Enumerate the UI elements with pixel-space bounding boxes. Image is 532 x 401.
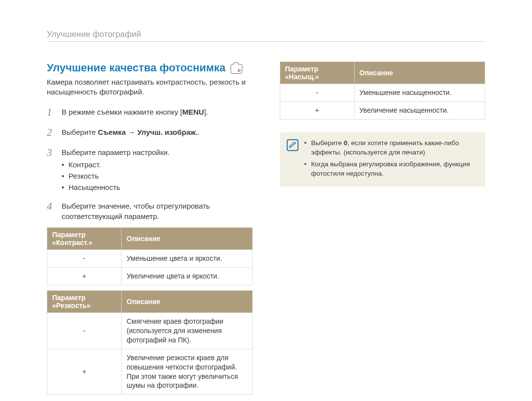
step1-pre: В режиме съемки нажмите кнопку [	[62, 108, 182, 116]
table-row: + Увеличение цвета и яркости.	[47, 268, 253, 285]
table-contrast: Параметр «Контраст.» Описание - Уменьшен…	[47, 227, 253, 285]
cell-symbol: +	[47, 349, 122, 395]
step-2: Выберите Съемка → Улучш. изображ..	[47, 125, 253, 140]
step1-post: ].	[204, 108, 208, 116]
step-4: Выберите значение, чтобы отрегулировать …	[47, 199, 253, 221]
table-saturation: Параметр «Насыщ.» Описание - Уменьшение …	[280, 62, 486, 120]
th-desc: Описание	[122, 228, 253, 250]
cell-desc: Увеличение цвета и яркости.	[122, 268, 253, 285]
cell-symbol: -	[47, 313, 122, 349]
table-row: + Увеличение насыщенности.	[280, 101, 485, 119]
intro-text: Камера позволяет настраивать контрастнос…	[47, 77, 253, 97]
step-3: Выберите параметр настройки. Контраст. Р…	[47, 146, 253, 193]
heading: Улучшение качества фотоснимка	[47, 62, 253, 74]
cell-desc: Уменьшение насыщенности.	[354, 84, 485, 102]
menu-button-label: MENU	[182, 108, 204, 116]
list-item: Контраст.	[62, 159, 169, 170]
breadcrumb: Улучшение фотографий	[47, 30, 485, 42]
th-desc: Описание	[122, 291, 253, 313]
cell-desc: Увеличение резкости краев для повышения …	[122, 349, 253, 395]
left-column: Улучшение качества фотоснимка Камера поз…	[47, 62, 253, 395]
step2-post: .	[198, 128, 200, 136]
note-icon	[287, 139, 299, 151]
th-saturation-param: Параметр «Насыщ.»	[280, 62, 354, 84]
th-sharpness-param: Параметр «Резкость»	[47, 291, 122, 313]
step-1: В режиме съемки нажмите кнопку [MENU].	[47, 105, 253, 120]
cell-symbol: +	[47, 268, 122, 285]
note-box: Выберите 0, если хотите применить какие-…	[280, 132, 486, 186]
cell-desc: Смягчение краев фотографии (используется…	[122, 313, 253, 349]
cell-symbol: +	[280, 101, 354, 119]
step2-path: Съемка → Улучш. изображ.	[98, 128, 198, 136]
step4-text: Выберите значение, чтобы отрегулировать …	[62, 202, 210, 220]
table-row: - Смягчение краев фотографии (использует…	[47, 313, 253, 349]
cell-symbol: -	[47, 250, 122, 268]
list-item: Насыщенность	[62, 182, 169, 192]
steps-list: В режиме съемки нажмите кнопку [MENU]. В…	[47, 105, 253, 222]
note-item: Выберите 0, если хотите применить какие-…	[304, 138, 479, 157]
note-item: Когда выбрана регулировка изображения, ф…	[304, 159, 479, 179]
cell-desc: Увеличение насыщенности.	[354, 101, 485, 119]
table-row: - Уменьшение цвета и яркости.	[47, 250, 253, 268]
cell-symbol: -	[280, 84, 354, 102]
table-row: + Увеличение резкости краев для повышени…	[47, 349, 253, 395]
step2-pre: Выберите	[62, 128, 98, 136]
camera-mode-icon	[231, 64, 242, 74]
th-contrast-param: Параметр «Контраст.»	[47, 228, 122, 250]
step3-text: Выберите параметр настройки.	[62, 148, 169, 156]
table-sharpness: Параметр «Резкость» Описание - Смягчение…	[47, 290, 253, 395]
heading-text: Улучшение качества фотоснимка	[47, 62, 226, 74]
step3-options: Контраст. Резкость Насыщенность	[62, 159, 169, 192]
right-column: Параметр «Насыщ.» Описание - Уменьшение …	[280, 62, 486, 395]
table-row: - Уменьшение насыщенности.	[280, 84, 485, 102]
cell-desc: Уменьшение цвета и яркости.	[122, 250, 253, 268]
th-desc: Описание	[354, 62, 485, 84]
list-item: Резкость	[62, 171, 169, 181]
